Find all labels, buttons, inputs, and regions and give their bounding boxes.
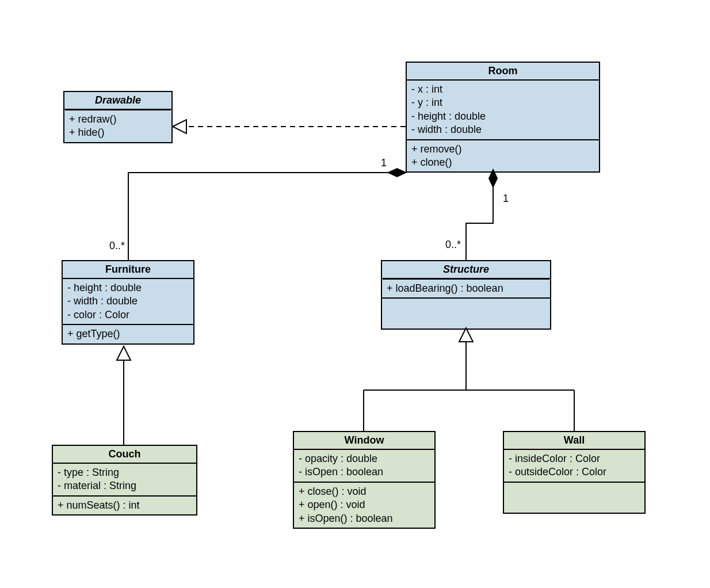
mult-room-to-structure-room: 1 bbox=[503, 193, 509, 205]
method: + open() : void bbox=[299, 498, 430, 511]
mult-room-to-furniture-furn: 0..* bbox=[109, 240, 125, 252]
mult-room-to-furniture-room: 1 bbox=[381, 157, 387, 169]
attr: - height : double bbox=[67, 281, 189, 295]
attr: - width : double bbox=[67, 295, 189, 308]
attr: - height : double bbox=[411, 110, 594, 123]
class-furniture-methods: + getType() bbox=[63, 325, 193, 343]
method: + isOpen() : boolean bbox=[299, 512, 430, 525]
method: + getType() bbox=[67, 327, 189, 341]
class-couch-methods: + numSeats() : int bbox=[53, 497, 196, 514]
class-couch-attrs: - type : String - material : String bbox=[53, 464, 196, 497]
method: + hide() bbox=[69, 126, 167, 139]
class-room-title: Room bbox=[407, 63, 599, 81]
generalization-couch-furniture bbox=[117, 346, 131, 445]
svg-marker-1 bbox=[173, 120, 186, 133]
method: + close() : void bbox=[299, 485, 430, 498]
class-furniture-title: Furniture bbox=[63, 261, 193, 279]
class-furniture-attrs: - height : double - width : double - col… bbox=[63, 279, 193, 325]
method: + loadBearing() : boolean bbox=[387, 282, 545, 295]
class-structure-empty bbox=[382, 299, 550, 329]
attr: - outsideColor : Color bbox=[509, 465, 640, 479]
class-structure: Structure + loadBearing() : boolean bbox=[381, 260, 551, 330]
svg-marker-2 bbox=[388, 169, 406, 177]
class-wall-attrs: - insideColor : Color - outsideColor : C… bbox=[504, 450, 644, 483]
svg-marker-5 bbox=[117, 346, 131, 360]
attr: - type : String bbox=[58, 466, 192, 479]
class-drawable: Drawable + redraw() + hide() bbox=[63, 91, 173, 143]
class-structure-methods: + loadBearing() : boolean bbox=[382, 280, 550, 299]
class-structure-title: Structure bbox=[382, 261, 550, 278]
class-furniture: Furniture - height : double - width : do… bbox=[62, 260, 194, 345]
composition-room-furniture bbox=[128, 169, 406, 260]
composition-room-structure bbox=[466, 170, 497, 260]
attr: - color : Color bbox=[67, 308, 189, 322]
class-couch: Couch - type : String - material : Strin… bbox=[52, 445, 197, 516]
class-room: Room - x : int - y : int - height : doub… bbox=[406, 62, 600, 173]
class-window: Window - opacity : double - isOpen : boo… bbox=[293, 431, 436, 529]
class-couch-title: Couch bbox=[53, 446, 196, 464]
class-drawable-title: Drawable bbox=[64, 92, 171, 109]
method: + redraw() bbox=[69, 113, 167, 126]
class-window-methods: + close() : void + open() : void + isOpe… bbox=[294, 483, 434, 528]
class-room-methods: + remove() + clone() bbox=[407, 140, 599, 172]
class-wall: Wall - insideColor : Color - outsideColo… bbox=[503, 431, 646, 514]
realization-room-drawable bbox=[173, 120, 406, 133]
svg-marker-6 bbox=[459, 328, 473, 342]
method: + remove() bbox=[411, 143, 594, 156]
attr: - insideColor : Color bbox=[509, 452, 640, 465]
class-wall-title: Wall bbox=[504, 432, 644, 450]
attr: - x : int bbox=[411, 83, 594, 96]
attr: - material : String bbox=[58, 479, 192, 492]
class-wall-empty bbox=[504, 483, 644, 513]
mult-room-to-structure-struct: 0..* bbox=[445, 239, 461, 251]
class-window-attrs: - opacity : double - isOpen : boolean bbox=[294, 450, 434, 483]
attr: - y : int bbox=[411, 96, 594, 109]
method: + clone() bbox=[411, 156, 594, 169]
method: + numSeats() : int bbox=[58, 499, 192, 512]
attr: - opacity : double bbox=[299, 452, 430, 465]
attr: - isOpen : boolean bbox=[299, 465, 430, 479]
class-window-title: Window bbox=[294, 432, 434, 450]
attr: - width : double bbox=[411, 123, 594, 136]
class-drawable-methods: + redraw() + hide() bbox=[64, 110, 171, 142]
generalization-structure-children bbox=[364, 328, 574, 431]
class-room-attrs: - x : int - y : int - height : double - … bbox=[407, 81, 599, 140]
